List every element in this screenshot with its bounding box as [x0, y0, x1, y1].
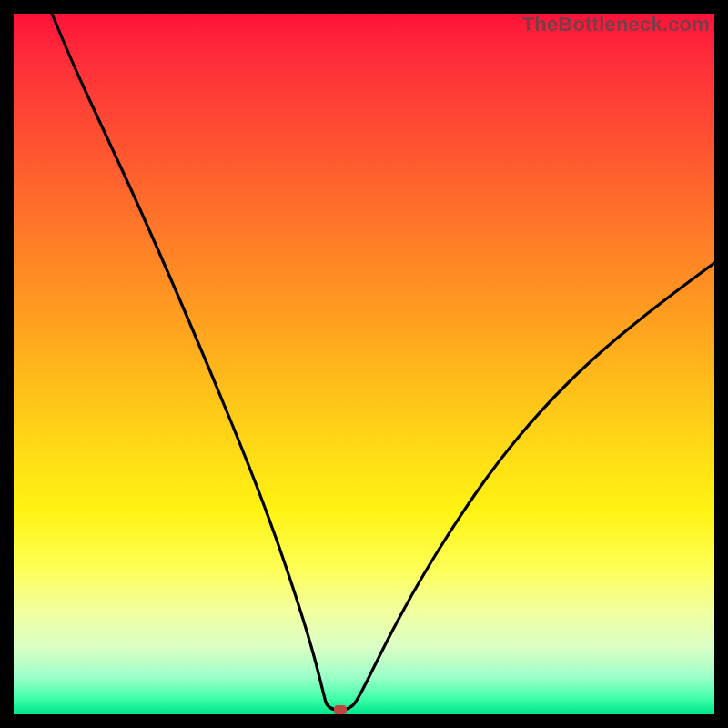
bottleneck-curve	[0, 0, 728, 728]
optimal-point-marker	[334, 705, 347, 714]
chart-stage: TheBottleneck.com	[0, 0, 728, 728]
watermark-text: TheBottleneck.com	[522, 13, 710, 36]
